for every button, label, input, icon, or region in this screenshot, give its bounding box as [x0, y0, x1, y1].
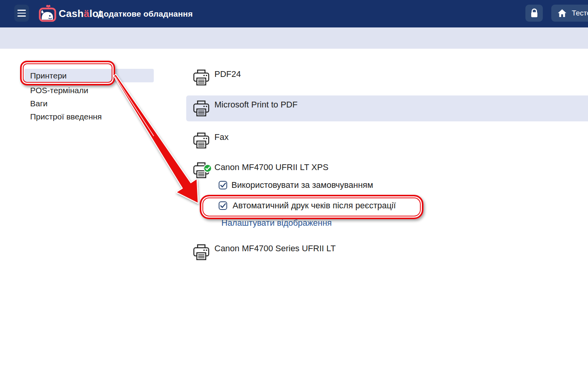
printer-icon	[192, 132, 210, 150]
printer-icon	[192, 244, 210, 261]
lock-button[interactable]	[525, 5, 543, 22]
checkmark-icon	[220, 183, 226, 188]
configure-display-link[interactable]: Налаштувати відображення	[221, 218, 332, 228]
default-printer-label[interactable]: Використовувати за замовчуванням	[231, 180, 373, 190]
hamburger-icon	[17, 10, 26, 11]
sidebar-item-label: Принтери	[30, 71, 67, 80]
sidebar-item-printers[interactable]: Принтери	[24, 69, 154, 82]
cashalot-logo-icon	[38, 4, 57, 23]
printer-row-canon-xps[interactable]: Canon MF4700 UFRII LT XPS	[214, 162, 328, 173]
printer-icon	[192, 100, 210, 118]
app-brand: Cashälot	[59, 0, 102, 27]
printer-row-canon-series[interactable]: Canon MF4700 Series UFRII LT	[214, 243, 336, 254]
home-icon	[557, 9, 567, 17]
menu-button[interactable]	[14, 5, 29, 22]
sidebar-item-pos-terminals[interactable]: POS-термінали	[30, 85, 88, 95]
page-title: Додаткове обладнання	[98, 0, 193, 27]
sidebar-item-scales[interactable]: Ваги	[30, 99, 48, 109]
active-check-badge-icon	[203, 164, 212, 173]
printer-row-pdf24[interactable]: PDF24	[214, 69, 241, 80]
store-button-label: Тесто	[572, 9, 588, 17]
default-printer-checkbox[interactable]	[219, 181, 227, 189]
lock-icon	[530, 9, 539, 18]
printer-row-ms-print-to-pdf[interactable]: Microsoft Print to PDF	[214, 99, 297, 110]
auto-print-checkbox[interactable]	[219, 201, 227, 210]
printer-icon	[192, 69, 210, 87]
checkmark-icon	[220, 203, 226, 208]
sidebar-item-input-devices[interactable]: Пристрої введення	[30, 112, 102, 122]
app-header: Cashälot Додаткове обладнання Тесто	[0, 0, 588, 27]
printer-row-fax[interactable]: Fax	[214, 132, 229, 143]
auto-print-label[interactable]: Автоматичний друк чеків після реєстрації	[233, 201, 396, 211]
subheader-strip	[0, 27, 588, 49]
store-button[interactable]: Тесто	[551, 5, 588, 22]
app-window: Cashälot Додаткове обладнання Тесто Прин…	[0, 0, 588, 373]
